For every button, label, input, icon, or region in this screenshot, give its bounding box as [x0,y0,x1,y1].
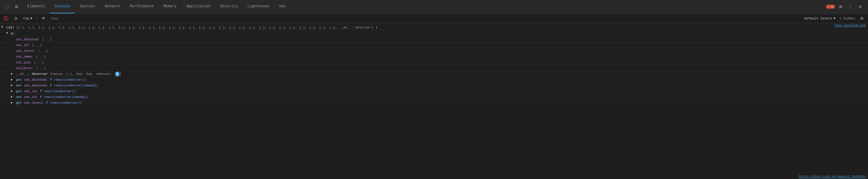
tab-vue[interactable]: Vue [274,0,290,13]
colon-3: : [36,90,40,93]
cat-pid-key: cat_pid: [16,61,34,64]
log-line-cat-id: cat_id: (...) [0,42,868,48]
log-line-cat-deleted: cat_deleted: (...) [0,36,868,42]
colon-2: : [46,84,50,87]
children-content: children: (...) [15,66,868,71]
tabs: Elements Console Sources Network Perform… [23,0,290,13]
expand-arrow-set-catid[interactable]: ▶ [11,95,15,99]
log-line-set-cat-deleted: ▶ set cat_deleted: f reactiveSetter(newV… [0,82,868,88]
cat-deleted-val: (...) [42,38,52,41]
toolbar-right-info: 1 hidden ⚙ [839,14,866,23]
f-keyword-4: f [40,95,44,99]
log-line-cat-name: cat_name: (...) [0,54,868,60]
expand-arrow-get-catd[interactable]: ▶ [11,77,15,81]
get-keyword-3: get [16,101,24,105]
log-line-children: children: (...) [0,65,868,71]
more-options-button[interactable]: ⋮ [846,2,855,11]
expand-arrow-ob[interactable]: ▶ [11,72,15,76]
info-icon: ℹ [376,26,377,29]
tab-network[interactable]: Network [100,0,125,13]
f-keyword-3: f [40,90,44,93]
f-keyword-2: f [50,84,54,87]
array-preview: [{…}, {…}, {…}, {…}, {…}, {…}, {…}, {…},… [16,26,373,29]
devtools-icons: ⬚ ⧉ [1,2,23,11]
get-keyword-2: get [16,90,24,93]
log-line-cat-level: cat_level: (...) [0,48,868,54]
get-cat-id-key: cat_id [24,90,36,93]
reactive-getter-1: reactiveGetter() [54,78,86,82]
settings-button[interactable]: ⚙ [836,2,845,11]
cat-name-val: (...) [36,55,46,59]
log-line-set-cat-id: ▶ set cat_id: f reactiveSetter(newVal) [0,94,868,100]
log-line-get-cat-level: ▶ get cat_level: f reactiveGetter() [0,100,868,106]
array-count-label: (32) [6,26,16,29]
log-line-get-cat-deleted: ▶ get cat_deleted: f reactiveGetter() [0,77,868,82]
tab-bar-right: ✕ 12 ⚙ ⋮ ✕ [826,2,867,11]
tab-performance[interactable]: Performance [125,0,159,13]
console-output: Cate.vue?afa0:229 ▼ (32) [{…}, {…}, {…},… [0,23,868,179]
source-link[interactable]: Cate.vue?afa0:229 [835,24,866,27]
expand-arrow-0[interactable]: ▼ [6,31,10,35]
expand-placeholder-6 [11,66,15,66]
index-0-key: 0: [11,32,15,35]
expand-arrow-set-catd[interactable]: ▶ [11,83,15,87]
error-badge: ✕ 12 [826,5,835,9]
context-selector[interactable]: top ▼ [21,16,34,21]
tab-lighthouse[interactable]: Lighthouse [243,0,274,13]
array-line-content: (32) [{…}, {…}, {…}, {…}, {…}, {…}, {…},… [5,25,868,30]
bottom-link[interactable]: https://blog.csdn.net/weixin_39429811 [797,174,868,179]
filter-input[interactable] [49,16,801,21]
no-filter-button[interactable]: ⊘ [11,14,20,23]
ob-key: __ob__ [16,72,28,76]
console-toolbar: 🚫 ⊘ top ▼ 👁 Default levels ▼ 1 hidden ⚙ [0,14,868,23]
cat-id-content: cat_id: (...) [15,43,868,48]
reactive-setter-1: reactiveSetter(newVal) [54,84,98,87]
expand-arrow-get-catlvl[interactable]: ▶ [11,100,15,104]
f-keyword-1: f [50,78,54,82]
close-button[interactable]: ✕ [856,2,864,11]
set-cat-id-key: cat_id [24,95,36,99]
reactive-getter-3: reactiveGetter() [50,101,82,105]
cat-level-val: (...) [38,49,48,53]
children-key: children: [16,66,36,70]
error-count: 12 [830,5,834,8]
tab-memory[interactable]: Memory [159,0,181,13]
context-dropdown-icon: ▼ [30,17,33,20]
log-line-get-cat-id: ▶ get cat_id: f reactiveGetter() [0,88,868,94]
tab-security[interactable]: Security [215,0,243,13]
get-cat-id-content: get cat_id: f reactiveGetter() [15,89,868,94]
get-cat-level-content: get cat_level: f reactiveGetter() [15,100,868,105]
ob-close: } [119,72,122,76]
eye-icon-button[interactable]: 👁 [39,14,48,23]
levels-button[interactable]: Default levels ▼ [802,16,838,21]
expand-arrow-array[interactable]: ▼ [1,25,5,29]
toolbar-divider [36,16,37,21]
device-toggle-button[interactable]: ⧉ [12,2,21,11]
ob-content: __ob__: Observer {value: {…}, dep: Dep, … [15,72,868,76]
cat-deleted-content: cat_deleted: (...) [15,37,868,42]
clear-console-button[interactable]: 🚫 [2,14,10,23]
tab-elements[interactable]: Elements [23,0,50,13]
inspect-element-button[interactable]: ⬚ [3,2,11,11]
expand-placeholder-4 [11,54,15,55]
index-0-label: 0: [10,31,868,36]
tab-application[interactable]: Application [181,0,215,13]
expand-arrow-get-catid[interactable]: ▶ [11,89,15,93]
f-keyword-5: f [46,101,50,105]
expand-placeholder-1 [11,37,15,37]
get-cat-deleted-key: cat_deleted [24,78,46,82]
tab-sources[interactable]: Sources [75,0,100,13]
log-line-ob: ▶ __ob__: Observer {value: {…}, dep: Dep… [0,71,868,77]
cat-name-key: cat_name: [16,55,36,59]
cat-deleted-key: cat_deleted: [16,38,42,41]
ob-val: {value: {…}, dep: Dep, vmCount: [50,72,114,76]
tab-bar: ⬚ ⧉ Elements Console Sources Network Per… [0,0,868,14]
error-x-icon: ✕ [827,5,829,8]
children-val: (...) [36,66,46,70]
tab-console[interactable]: Console [50,0,75,13]
ob-colon: : Observer [28,72,50,76]
set-cat-id-content: set cat_id: f reactiveSetter(newVal) [15,95,868,100]
hidden-settings-button[interactable]: ⚙ [858,14,866,23]
log-line-0: ▼ 0: [0,31,868,36]
cat-level-content: cat_level: (...) [15,48,868,53]
